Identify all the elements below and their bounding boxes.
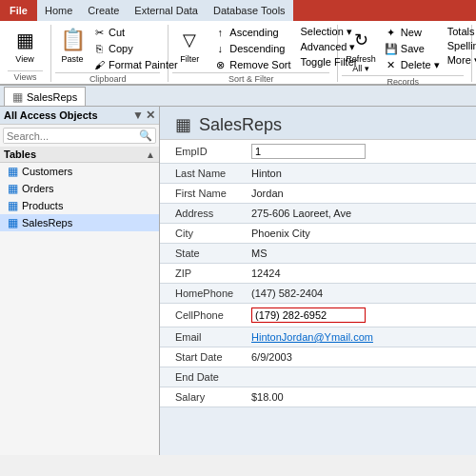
sidebar-header-icons: ▼ ✕ — [132, 109, 155, 122]
search-icon[interactable]: 🔍 — [136, 129, 155, 143]
field-value-homephone: (147) 582-2404 — [251, 288, 461, 299]
records-btns: ✦ New 💾 Save ✕ Delete ▾ — [382, 25, 443, 72]
sidebar: All Access Objects ▼ ✕ 🔍 Tables ▲ ▦ Cust… — [0, 107, 160, 455]
field-label-firstname: First Name — [175, 188, 251, 199]
ascending-label: Ascending — [229, 27, 278, 38]
customers-table-icon: ▦ — [8, 165, 18, 178]
cut-button[interactable]: ✂ Cut — [89, 25, 181, 40]
form-row: Salary$18.00 — [160, 387, 476, 407]
form-header: ▦ SalesReps — [160, 107, 476, 140]
delete-button[interactable]: ✕ Delete ▾ — [382, 57, 443, 72]
paste-label: Paste — [61, 54, 83, 64]
sidebar-item-orders[interactable]: ▦ Orders — [0, 180, 159, 197]
more-button[interactable]: More ▾ — [445, 53, 476, 68]
ascending-icon: ↑ — [213, 26, 227, 39]
field-label-zip: ZIP — [175, 268, 251, 279]
ribbon: ▦ View Views 📋 Paste ✂ Cut ⎘ Copy 🖌 — [0, 21, 476, 86]
spelling-label: Spelling — [447, 40, 476, 51]
form-row: First NameJordan — [160, 184, 476, 204]
copy-label: Copy — [109, 43, 133, 54]
format-painter-button[interactable]: 🖌 Format Painter — [89, 57, 181, 72]
view-button[interactable]: ▦ View — [8, 25, 42, 66]
sidebar-section-header[interactable]: Tables ▲ — [0, 147, 159, 163]
form-row: CityPhoenix City — [160, 224, 476, 244]
sidebar-item-label-orders: Orders — [22, 183, 54, 194]
products-table-icon: ▦ — [8, 199, 18, 212]
records-extra-btns: Totals Spelling More ▾ — [445, 25, 476, 68]
field-input-empid[interactable] — [251, 144, 366, 159]
save-button[interactable]: 💾 Save — [382, 41, 443, 56]
sidebar-chevron-icon[interactable]: ▼ — [132, 109, 144, 122]
sidebar-item-salesreps[interactable]: ▦ SalesReps — [0, 214, 159, 231]
sidebar-item-customers[interactable]: ▦ Customers — [0, 163, 159, 180]
sidebar-header-label: All Access Objects — [4, 109, 98, 121]
remove-sort-icon: ⊗ — [213, 58, 227, 71]
field-value-firstname: Jordan — [251, 188, 461, 199]
menu-external-data[interactable]: External Data — [127, 0, 206, 21]
cut-icon: ✂ — [92, 26, 106, 39]
sidebar-close-icon[interactable]: ✕ — [146, 109, 155, 122]
field-value-state: MS — [251, 248, 461, 259]
delete-label: Delete ▾ — [401, 59, 440, 71]
form-row: Address275-606 Laoreet, Ave — [160, 204, 476, 224]
field-label-enddate: End Date — [175, 371, 251, 383]
copy-button[interactable]: ⎘ Copy — [89, 41, 181, 56]
filter-icon: ▽ — [176, 27, 203, 53]
field-input-cellphone[interactable] — [251, 307, 366, 323]
menu-database-tools[interactable]: Database Tools — [206, 0, 293, 21]
form-row: ZIP12424 — [160, 264, 476, 284]
remove-sort-button[interactable]: ⊗ Remove Sort — [210, 57, 293, 72]
menu-file[interactable]: File — [0, 0, 37, 21]
descending-button[interactable]: ↓ Descending — [210, 41, 293, 56]
descending-icon: ↓ — [213, 42, 227, 55]
totals-button[interactable]: Totals — [445, 25, 476, 38]
clipboard-small-btns: ✂ Cut ⎘ Copy 🖌 Format Painter — [89, 25, 181, 72]
refresh-label: RefreshAll ▾ — [346, 54, 376, 73]
form-title: SalesReps — [199, 115, 282, 135]
ribbon-group-sort-filter: ▽ Filter ↑ Ascending ↓ Descending ⊗ Remo… — [169, 25, 338, 82]
clipboard-row: 📋 Paste ✂ Cut ⎘ Copy 🖌 Format Painter — [55, 25, 181, 72]
menu-bar: File Home Create External Data Database … — [0, 0, 476, 21]
refresh-icon: ↻ — [347, 27, 374, 53]
form-title-icon: ▦ — [175, 114, 191, 135]
field-link-email[interactable]: HintonJordan@Ymail.com — [251, 331, 373, 343]
field-label-cellphone: CellPhone — [175, 309, 251, 321]
salesreps-table-icon: ▦ — [8, 216, 18, 229]
ascending-button[interactable]: ↑ Ascending — [210, 25, 293, 40]
content-area: ▦ SalesReps EmpIDLast NameHintonFirst Na… — [160, 107, 476, 455]
records-group-label: Records — [342, 75, 464, 87]
views-group-label: Views — [8, 70, 43, 82]
format-painter-label: Format Painter — [109, 59, 178, 70]
remove-sort-label: Remove Sort — [229, 59, 290, 70]
field-value-salary: $18.00 — [251, 391, 461, 403]
field-label-email: Email — [175, 331, 251, 343]
form-row: End Date — [160, 367, 476, 387]
new-button[interactable]: ✦ New — [382, 25, 443, 40]
form-row: EmpID — [160, 140, 476, 164]
spelling-button[interactable]: Spelling — [445, 39, 476, 52]
field-value-lastname: Hinton — [251, 168, 461, 179]
delete-icon: ✕ — [385, 58, 398, 71]
descending-label: Descending — [229, 43, 285, 54]
search-input[interactable] — [4, 129, 136, 143]
field-label-city: City — [175, 228, 251, 239]
paste-button[interactable]: 📋 Paste — [55, 25, 89, 66]
clipboard-group-label: Clipboard — [55, 72, 160, 84]
form-row: HomePhone(147) 582-2404 — [160, 284, 476, 304]
sidebar-item-products[interactable]: ▦ Products — [0, 197, 159, 214]
sort-btns: ↑ Ascending ↓ Descending ⊗ Remove Sort — [210, 25, 293, 72]
filter-button[interactable]: ▽ Filter — [172, 25, 207, 66]
field-label-address: Address — [175, 208, 251, 219]
form-tab-icon: ▦ — [12, 90, 23, 104]
save-label: Save — [401, 43, 425, 54]
form-tab[interactable]: ▦ SalesReps — [4, 87, 86, 106]
form-tab-bar: ▦ SalesReps — [0, 86, 476, 107]
orders-table-icon: ▦ — [8, 182, 18, 195]
sidebar-collapse-icon[interactable]: ▲ — [146, 149, 155, 160]
field-label-homephone: HomePhone — [175, 288, 251, 299]
menu-home[interactable]: Home — [37, 0, 80, 21]
cut-label: Cut — [109, 27, 125, 38]
menu-create[interactable]: Create — [80, 0, 127, 21]
refresh-button[interactable]: ↻ RefreshAll ▾ — [342, 25, 380, 75]
new-label: New — [401, 27, 422, 38]
